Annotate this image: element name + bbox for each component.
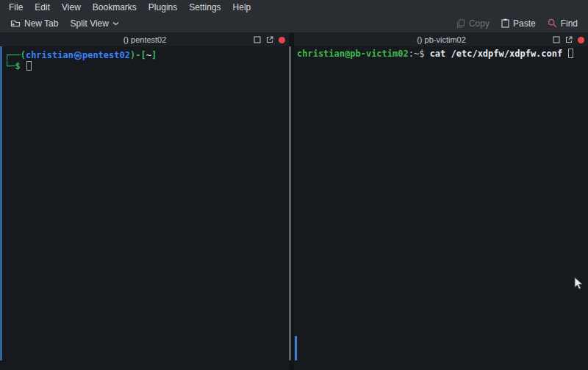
left-tab-title[interactable]: () pentest02	[36, 35, 254, 44]
menu-bookmarks[interactable]: Bookmarks	[87, 1, 143, 14]
menu-edit[interactable]: Edit	[29, 1, 56, 14]
right-prompt-line: christian@pb-victim02:~$ cat /etc/xdpfw/…	[297, 49, 585, 60]
maximize-view-icon[interactable]	[254, 36, 261, 43]
new-tab-label: New Tab	[24, 18, 58, 29]
find-icon	[548, 18, 557, 28]
maximize-view-icon[interactable]	[553, 36, 560, 43]
typed-command: cat /etc/xdpfw/xdpfw.conf	[430, 49, 563, 59]
left-scrollbar[interactable]	[0, 46, 2, 360]
prompt-path: ~	[146, 50, 151, 60]
left-terminal-pane: () pentest02	[0, 33, 289, 370]
prompt-frame-mid: )-[	[130, 50, 146, 60]
right-terminal[interactable]: christian@pb-victim02:~$ cat /etc/xdpfw/…	[294, 46, 588, 370]
menubar: File Edit View Bookmarks Plugins Setting…	[0, 0, 588, 14]
split-view-button[interactable]: Split View	[64, 16, 124, 31]
menu-help[interactable]: Help	[227, 1, 257, 14]
paste-icon	[501, 18, 509, 28]
right-tab-title[interactable]: () pb-victim02	[330, 35, 553, 44]
find-label: Find	[561, 18, 578, 29]
prompt-dollar: └─$	[4, 61, 21, 71]
prompt-frame-close: ]	[151, 50, 157, 60]
menu-view[interactable]: View	[56, 1, 87, 14]
copy-button[interactable]: Copy	[451, 16, 495, 31]
prompt-frame-open: ┌──(	[4, 50, 26, 60]
toolbar: New Tab Split View Copy	[0, 14, 588, 33]
paste-button[interactable]: Paste	[495, 16, 542, 31]
prompt-user-host: christian@pb-victim02	[297, 49, 409, 59]
detach-view-icon[interactable]	[266, 36, 273, 43]
new-tab-button[interactable]: New Tab	[4, 16, 64, 31]
prompt-path-dollar: :~$	[409, 49, 430, 59]
close-view-button[interactable]	[578, 37, 584, 43]
menu-file[interactable]: File	[3, 1, 29, 14]
pane-splitter[interactable]	[289, 33, 294, 370]
new-tab-icon	[10, 19, 21, 28]
right-terminal-pane: () pb-victim02	[294, 33, 588, 370]
split-view-container: () pentest02	[0, 33, 588, 370]
detach-view-icon[interactable]	[565, 36, 573, 43]
split-view-label: Split View	[70, 18, 108, 29]
left-prompt-line1: ┌──(christian㉿pentest02)-[~]	[4, 50, 286, 61]
chevron-down-icon	[112, 21, 119, 26]
splitter-handle[interactable]	[289, 46, 291, 360]
paste-label: Paste	[513, 18, 536, 29]
menu-settings[interactable]: Settings	[183, 1, 226, 14]
left-terminal-cursor	[26, 61, 32, 71]
right-tab-bar: () pb-victim02	[294, 33, 588, 46]
left-prompt-line2: └─$	[4, 61, 286, 72]
find-button[interactable]: Find	[542, 16, 584, 31]
close-view-button[interactable]	[279, 37, 285, 43]
copy-label: Copy	[469, 18, 490, 29]
right-terminal-cursor	[568, 49, 573, 58]
right-scrollbar[interactable]	[295, 336, 297, 360]
left-terminal[interactable]: ┌──(christian㉿pentest02)-[~] └─$	[0, 46, 289, 370]
prompt-user-host: christian㉿pentest02	[26, 50, 130, 60]
copy-icon	[456, 19, 465, 28]
menu-plugins[interactable]: Plugins	[143, 1, 183, 14]
konsole-window: File Edit View Bookmarks Plugins Setting…	[0, 0, 588, 370]
left-tab-bar: () pentest02	[0, 33, 289, 46]
